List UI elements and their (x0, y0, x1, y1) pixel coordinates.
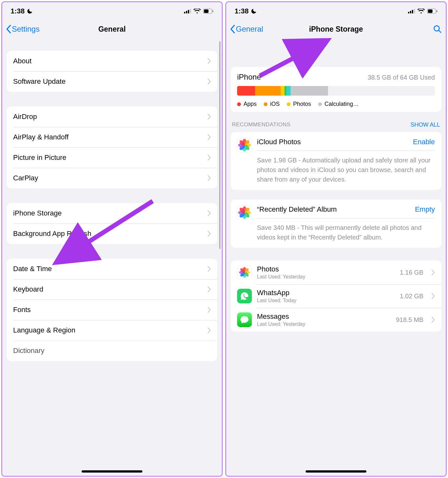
svg-rect-5 (204, 10, 209, 13)
back-button[interactable]: Settings (6, 25, 40, 34)
svg-rect-11 (414, 9, 415, 13)
row-airplay-handoff[interactable]: AirPlay & Handoff (7, 127, 217, 147)
app-row-photos[interactable]: Photos Last Used: Yesterday 1.16 GB (231, 261, 441, 284)
app-name: Messages (257, 312, 391, 321)
back-label: General (236, 25, 263, 34)
storage-seg-photos (281, 86, 284, 96)
rec-recently-deleted[interactable]: “Recently Deleted” Album Empty Save 340 … (231, 200, 441, 248)
row-label: CarPlay (13, 174, 208, 182)
wifi-icon (194, 9, 201, 14)
photos-app-icon (237, 138, 252, 153)
row-background-app-refresh[interactable]: Background App Refresh (7, 223, 217, 244)
row-label: Dictionary (13, 347, 211, 355)
scroll-indicator[interactable] (219, 41, 220, 249)
legend-dot-icon (264, 102, 268, 106)
device-label: iPhone (237, 73, 261, 82)
row-iphone-storage[interactable]: iPhone Storage (7, 203, 217, 223)
row-label: AirPlay & Handoff (13, 133, 208, 141)
photos-app-icon (237, 205, 252, 220)
chevron-left-icon (230, 25, 235, 33)
home-indicator[interactable] (82, 470, 142, 473)
svg-rect-0 (184, 12, 185, 13)
row-label: Language & Region (13, 326, 208, 334)
row-about[interactable]: About (7, 51, 217, 71)
legend-label: Apps (244, 101, 257, 107)
app-name: Photos (257, 265, 395, 273)
svg-line-16 (439, 30, 441, 33)
legend-dot-icon (318, 102, 322, 106)
iphone-storage-screen: 1:38 General iPhone Storage iPhone 38.5 … (225, 1, 447, 477)
svg-rect-14 (436, 10, 437, 12)
chevron-right-icon (432, 317, 435, 323)
rec-title: iCloud Photos (257, 138, 301, 146)
chevron-right-icon (208, 231, 211, 237)
battery-icon (203, 9, 213, 14)
chevron-right-icon (208, 175, 211, 181)
moon-icon (27, 8, 33, 14)
storage-legend: AppsiOSPhotosCalculating… (237, 101, 435, 107)
row-label: Keyboard (13, 285, 208, 294)
svg-rect-1 (186, 11, 187, 13)
row-picture-in-picture[interactable]: Picture in Picture (7, 147, 217, 168)
rec-icloud-photos[interactable]: iCloud Photos Enable Save 1.98 GB - Auto… (231, 132, 441, 190)
show-all-button[interactable]: SHOW ALL (411, 121, 440, 128)
app-last-used: Last Used: Yesterday (257, 274, 395, 280)
whatsapp-app-icon (237, 289, 252, 303)
legend-label: iOS (270, 101, 280, 107)
chevron-right-icon (208, 58, 211, 64)
row-airdrop[interactable]: AirDrop (7, 106, 217, 127)
row-label: About (13, 57, 208, 65)
rec-empty-button[interactable]: Empty (415, 205, 435, 214)
chevron-left-icon (6, 25, 11, 33)
app-name: WhatsApp (257, 289, 395, 297)
row-dictionary[interactable]: Dictionary (7, 341, 217, 361)
app-row-messages[interactable]: Messages Last Used: Yesterday 918.5 MB (231, 308, 441, 332)
app-last-used: Last Used: Yesterday (257, 321, 391, 327)
row-label: AirDrop (13, 113, 208, 121)
row-language-region[interactable]: Language & Region (7, 320, 217, 341)
group-about: About Software Update (7, 51, 217, 92)
section-title: RECOMMENDATIONS (232, 121, 291, 128)
legend-dot-icon (237, 102, 241, 106)
legend-item: iOS (264, 101, 280, 107)
chevron-right-icon (208, 266, 211, 272)
wifi-icon (418, 9, 425, 14)
app-size: 918.5 MB (396, 316, 423, 324)
svg-rect-6 (212, 10, 213, 12)
messages-app-icon (237, 312, 252, 327)
row-label: Picture in Picture (13, 153, 208, 162)
app-last-used: Last Used: Today (257, 298, 395, 303)
cellular-icon (408, 9, 415, 13)
row-keyboard[interactable]: Keyboard (7, 279, 217, 300)
chevron-right-icon (208, 327, 211, 333)
row-date-time[interactable]: Date & Time (7, 259, 217, 279)
general-settings-screen: 1:38 Settings General About Software Upd… (1, 1, 223, 477)
row-label: Background App Refresh (13, 230, 208, 238)
chevron-right-icon (432, 270, 435, 275)
row-label: Fonts (13, 306, 208, 314)
status-bar: 1:38 (226, 2, 446, 20)
storage-seg-ios (255, 86, 281, 96)
search-icon[interactable] (433, 25, 442, 34)
legend-dot-icon (287, 102, 291, 106)
row-carplay[interactable]: CarPlay (7, 168, 217, 188)
chevron-right-icon (208, 286, 211, 292)
storage-seg-apps (237, 86, 255, 96)
back-button[interactable]: General (230, 25, 263, 34)
content-scroll[interactable]: iPhone 38.5 GB of 64 GB Used AppsiOSPhot… (226, 38, 446, 476)
rec-enable-button[interactable]: Enable (413, 138, 435, 146)
svg-rect-2 (188, 10, 189, 13)
nav-bar: Settings General (2, 20, 222, 38)
home-indicator[interactable] (306, 470, 366, 473)
status-bar: 1:38 (2, 2, 222, 20)
chevron-right-icon (208, 114, 211, 120)
row-fonts[interactable]: Fonts (7, 300, 217, 320)
row-software-update[interactable]: Software Update (7, 71, 217, 92)
chevron-right-icon (208, 155, 211, 161)
app-size: 1.16 GB (400, 269, 423, 276)
row-label: Software Update (13, 77, 208, 86)
legend-label: Calculating… (324, 101, 359, 107)
app-row-whatsapp[interactable]: WhatsApp Last Used: Today 1.02 GB (231, 284, 441, 308)
content-scroll[interactable]: About Software Update AirDrop AirPlay & … (2, 38, 222, 476)
chevron-right-icon (208, 134, 211, 140)
